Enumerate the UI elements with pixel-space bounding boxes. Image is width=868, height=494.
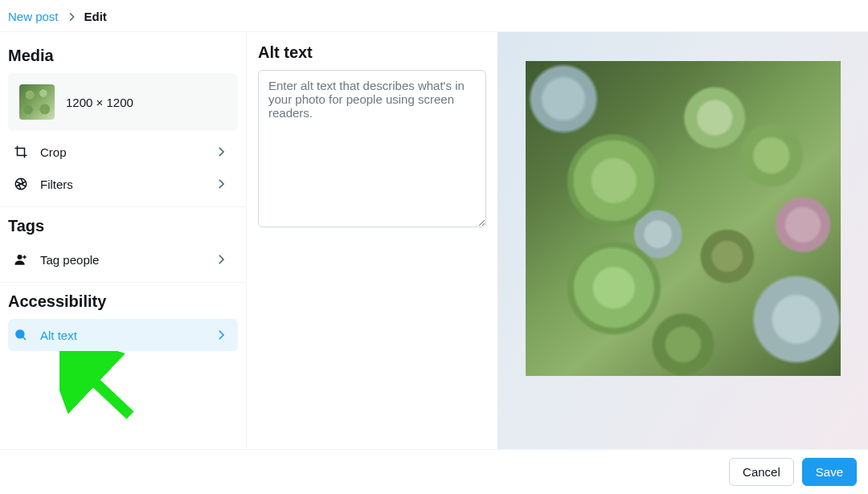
sidebar: Media 1200 × 1200 Crop Filters Tags xyxy=(0,32,247,454)
crop-label: Crop xyxy=(40,145,67,159)
svg-point-2 xyxy=(16,330,24,338)
image-preview xyxy=(526,61,841,376)
alt-text-label: Alt text xyxy=(40,329,77,342)
image-preview-panel xyxy=(497,32,868,454)
main-area: Media 1200 × 1200 Crop Filters Tags xyxy=(0,32,868,454)
media-thumbnail-image xyxy=(19,84,55,120)
chevron-right-icon xyxy=(214,252,228,267)
sidebar-item-filters[interactable]: Filters xyxy=(0,168,246,200)
footer: Cancel Save xyxy=(0,449,868,494)
person-add-icon xyxy=(13,251,29,267)
breadcrumb-edit: Edit xyxy=(84,10,107,23)
alt-text-panel: Alt text xyxy=(247,32,497,454)
save-button[interactable]: Save xyxy=(802,458,857,486)
alt-text-input[interactable] xyxy=(258,70,486,227)
accessibility-section-title: Accessibility xyxy=(0,289,246,319)
breadcrumb-new-post[interactable]: New post xyxy=(8,10,59,23)
sidebar-item-crop[interactable]: Crop xyxy=(0,136,246,168)
tag-people-label: Tag people xyxy=(40,253,99,267)
section-divider xyxy=(0,282,246,283)
chevron-right-icon xyxy=(65,10,78,23)
alt-text-title: Alt text xyxy=(258,43,486,62)
section-divider xyxy=(0,206,246,207)
media-dimensions: 1200 × 1200 xyxy=(66,96,133,109)
tags-section-title: Tags xyxy=(0,214,246,243)
media-section-title: Media xyxy=(0,43,246,73)
sidebar-item-tag-people[interactable]: Tag people xyxy=(0,243,246,276)
crop-icon xyxy=(13,144,29,160)
breadcrumb: New post Edit xyxy=(0,0,868,31)
cancel-button[interactable]: Cancel xyxy=(729,458,794,486)
search-icon xyxy=(13,327,29,343)
sidebar-item-alt-text[interactable]: Alt text xyxy=(8,319,238,351)
svg-line-3 xyxy=(23,337,26,340)
media-thumbnail-card[interactable]: 1200 × 1200 xyxy=(8,73,238,131)
chevron-right-icon xyxy=(214,145,228,159)
svg-point-1 xyxy=(18,255,23,259)
aperture-icon xyxy=(13,176,29,192)
chevron-right-icon xyxy=(214,328,228,342)
chevron-right-icon xyxy=(214,177,228,191)
filters-label: Filters xyxy=(40,178,73,191)
